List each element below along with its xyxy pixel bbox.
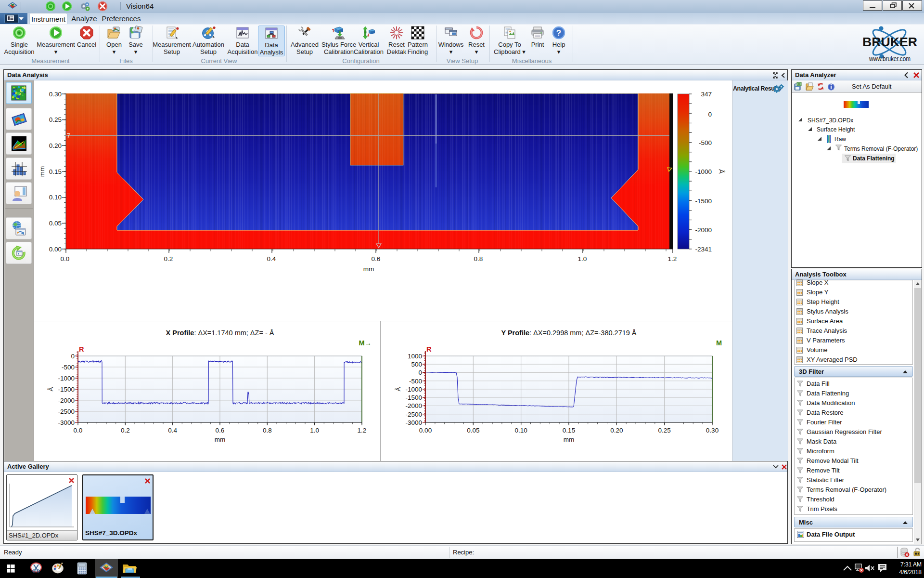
svg-text:0.20: 0.20 [610,427,623,434]
svg-text:0.6: 0.6 [216,427,225,434]
svg-text:0.4: 0.4 [267,255,276,263]
svg-text:500: 500 [411,361,422,368]
svg-text:BRUKER: BRUKER [862,35,917,49]
svg-text:0.30: 0.30 [706,427,719,434]
svg-text:0.2: 0.2 [164,255,173,263]
svg-text:-3000: -3000 [405,419,422,426]
svg-text:-3000: -3000 [58,419,75,426]
svg-text:0.10: 0.10 [515,427,527,434]
svg-text:Y Profile: ΔX=0.2998 mm; ΔZ=-3: Y Profile: ΔX=0.2998 mm; ΔZ=-380.2719 Å [501,329,636,337]
svg-text:0.8: 0.8 [263,427,272,434]
svg-text:0: 0 [708,111,712,118]
svg-text:0.25: 0.25 [658,427,671,434]
svg-text:0.0: 0.0 [74,427,83,434]
svg-text:0.6: 0.6 [372,255,381,263]
svg-text:1.0: 1.0 [310,427,319,434]
svg-text:-1000: -1000 [695,168,712,175]
svg-text:0.00: 0.00 [49,246,62,253]
svg-text:mm: mm [38,166,46,177]
svg-text:-2000: -2000 [405,402,422,409]
svg-text:0: 0 [418,369,422,376]
svg-text:M: M [716,339,722,347]
svg-text:R: R [79,345,84,353]
svg-text:0.0: 0.0 [61,255,70,263]
svg-text:1000: 1000 [408,353,422,360]
svg-text:Å: Å [395,387,402,391]
svg-text:0.05: 0.05 [467,427,479,434]
svg-text:www.bruker.com: www.bruker.com [869,55,911,63]
svg-text:Å: Å [47,387,54,391]
svg-text:mm: mm [363,265,374,273]
svg-text:-1500: -1500 [405,394,422,401]
svg-text:R: R [426,345,432,353]
svg-text:7: 7 [67,132,70,139]
svg-text:0.2: 0.2 [121,427,130,434]
svg-text:-2500: -2500 [405,411,422,418]
svg-text:-1500: -1500 [58,386,75,393]
svg-text:347: 347 [701,91,712,98]
svg-text:-2000: -2000 [695,226,712,234]
svg-text:-2500: -2500 [58,408,75,415]
svg-text:0.10: 0.10 [49,194,62,201]
svg-text:0.4: 0.4 [168,427,177,434]
svg-text:M→: M→ [359,339,372,347]
svg-text:-500: -500 [62,364,75,371]
svg-text:0.30: 0.30 [49,91,62,98]
svg-text:0: 0 [71,353,75,360]
svg-text:mm: mm [564,436,575,443]
svg-text:-1000: -1000 [58,375,75,382]
svg-text:?: ? [556,28,561,38]
svg-text:-2000: -2000 [58,397,75,404]
svg-text:-1500: -1500 [695,197,712,205]
svg-text:X Profile: ΔX=1.1740 mm; ΔZ= -: X Profile: ΔX=1.1740 mm; ΔZ= - Å [166,329,274,337]
svg-text:Å: Å [718,169,725,174]
svg-text:1.0: 1.0 [578,255,587,263]
svg-text:-500: -500 [409,378,422,385]
svg-text:0.00: 0.00 [419,427,432,434]
svg-text:0.25: 0.25 [49,116,62,123]
svg-text:1.2: 1.2 [358,427,367,434]
svg-text:0.05: 0.05 [49,220,62,227]
svg-text:mm: mm [215,436,226,443]
svg-text:0.15: 0.15 [49,168,62,175]
svg-text:-500: -500 [699,139,712,146]
svg-text:0.20: 0.20 [49,142,62,149]
svg-text:0.8: 0.8 [474,255,483,263]
svg-text:0.15: 0.15 [563,427,575,434]
svg-text:-1000: -1000 [405,386,422,393]
svg-text:-2341: -2341 [695,246,712,253]
svg-text:1.2: 1.2 [668,255,677,263]
